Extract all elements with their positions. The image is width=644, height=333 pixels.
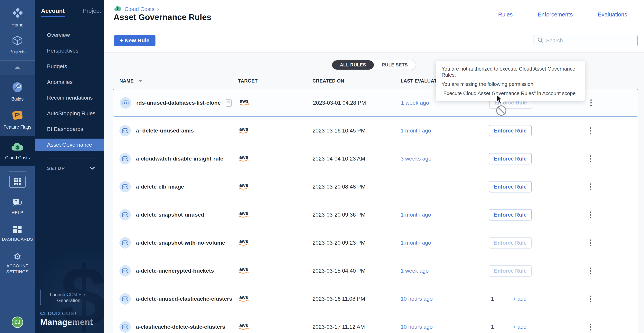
column-header-name[interactable]: NAME — [120, 78, 134, 84]
last-evaluation-value: 1 week ago — [397, 268, 484, 274]
kebab-menu-icon[interactable] — [590, 127, 592, 134]
rule-name[interactable]: a-delete-snapshot-unused — [136, 212, 204, 218]
aws-logo: aws — [238, 101, 250, 107]
rule-name[interactable]: a-delete-elb-image — [136, 184, 184, 190]
feature-flags-icon — [11, 110, 24, 122]
aws-logo: aws — [238, 297, 250, 303]
add-enforcement-link[interactable]: + add — [513, 324, 527, 330]
gear-icon: ⚙ — [14, 252, 21, 261]
kebab-menu-icon[interactable] — [590, 323, 592, 330]
cloud-costs-icon: $ — [11, 142, 24, 153]
kebab-menu-icon[interactable] — [590, 295, 592, 302]
main-content: $ Cloud Costs › Asset Governance Rules R… — [104, 0, 644, 333]
setup-label: SETUP — [47, 166, 65, 171]
breadcrumb[interactable]: $ Cloud Costs › — [114, 6, 159, 13]
rule-name[interactable]: a-delete-snapshot-with-no-volume — [136, 240, 225, 246]
launch-ccm-first-gen-button[interactable]: Launch CCM First Generation — [40, 290, 97, 305]
rules-view-toggle: ALL RULES RULE SETS — [332, 60, 416, 70]
created-on-value: 2023-03-16 10:45 PM — [308, 128, 397, 134]
rail-item-label: Builds — [11, 96, 24, 102]
rule-name[interactable]: rds-unused-databases-list-clone — [136, 100, 221, 106]
enforcement-count[interactable]: 1 — [491, 296, 494, 302]
sidebar-item-budgets[interactable]: Budgets — [35, 59, 104, 74]
add-enforcement-link[interactable]: + add — [513, 296, 527, 302]
sidebar-item-bi-dashboards[interactable]: BI Dashboards — [35, 121, 104, 137]
rail-collapse-toggle[interactable] — [0, 60, 35, 75]
kebab-menu-icon[interactable] — [590, 183, 592, 190]
avatar-initials: CJ — [14, 319, 20, 325]
breadcrumb-link[interactable]: Cloud Costs — [124, 6, 154, 12]
sidebar-item-asset-governance[interactable]: Asset Governance — [35, 139, 104, 151]
rail-item-help[interactable]: ? HELP — [12, 198, 23, 215]
sidebar-item-overview[interactable]: Overview — [35, 27, 104, 43]
table-row[interactable]: a-delete-snapshot-unused aws 2023-03-20 … — [113, 201, 638, 229]
rule-name[interactable]: a- delete-unused-amis — [136, 128, 194, 134]
enforce-rule-button[interactable]: Enforce Rule — [489, 153, 532, 164]
created-on-value: 2023-03-20 08:48 PM — [308, 184, 397, 190]
copy-icon[interactable] — [226, 99, 232, 107]
app-window: Home Projects Builds — [0, 0, 644, 333]
rail-item-account-settings[interactable]: ⚙ ACCOUNTSETTINGS — [6, 252, 28, 275]
nav-link-evaluations[interactable]: Evaluations — [598, 11, 627, 18]
rail-item-dashboards[interactable]: DASHBOARDS — [2, 225, 33, 242]
module-picker-button[interactable] — [9, 176, 26, 188]
svg-text:$: $ — [117, 7, 119, 11]
enforce-rule-button[interactable]: Enforce Rule — [489, 237, 532, 248]
enforce-rule-button[interactable]: Enforce Rule — [489, 125, 532, 136]
sidebar-item-autostopping-rules[interactable]: AutoStopping Rules — [35, 106, 104, 121]
kebab-menu-icon[interactable] — [590, 99, 592, 106]
rail-item-feature-flags[interactable]: Feature Flags — [0, 106, 35, 134]
kebab-menu-icon[interactable] — [590, 267, 592, 274]
enforce-rule-button[interactable]: Enforce Rule — [489, 209, 532, 220]
new-rule-button[interactable]: + New Rule — [114, 35, 156, 46]
rule-name[interactable]: a-elasticache-delete-stale-clusters — [136, 324, 225, 330]
rule-icon — [120, 237, 131, 248]
rule-icon — [120, 209, 131, 220]
tab-project[interactable]: Project — [83, 8, 101, 17]
search-icon — [538, 37, 543, 44]
table-row[interactable]: a- delete-unused-amis aws 2023-03-16 10:… — [113, 117, 638, 145]
projects-cube-icon — [12, 36, 23, 47]
avatar[interactable]: CJ — [12, 316, 23, 328]
grid-icon — [14, 177, 21, 186]
sidebar-item-anomalies[interactable]: Anomalies — [35, 74, 104, 90]
rule-name[interactable]: a-delete-unused-elasticache-clusters — [136, 296, 232, 302]
tab-rule-sets[interactable]: RULE SETS — [374, 60, 416, 70]
table-row[interactable]: a-delete-unused-elasticache-clusters aws… — [113, 285, 638, 313]
created-on-value: 2023-03-20 09:23 PM — [308, 240, 397, 246]
tab-all-rules[interactable]: ALL RULES — [332, 60, 374, 70]
kebab-menu-icon[interactable] — [590, 155, 592, 162]
enforce-rule-button[interactable]: Enforce Rule — [489, 265, 532, 276]
builds-icon — [12, 82, 23, 94]
enforce-rule-button[interactable]: Enforce Rule — [489, 181, 532, 192]
rail-item-label: Cloud Costs — [5, 155, 30, 161]
module-rail: Home Projects Builds — [0, 0, 35, 333]
rule-name[interactable]: a-delete-unencrypted-buckets — [136, 268, 214, 274]
rail-item-projects[interactable]: Projects — [0, 32, 35, 58]
nav-link-enforcements[interactable]: Enforcements — [538, 11, 573, 18]
kebab-menu-icon[interactable] — [590, 211, 592, 218]
table-row[interactable]: a-delete-unencrypted-buckets aws 2023-03… — [113, 257, 638, 285]
enforcement-count[interactable]: 1 — [491, 324, 494, 330]
table-row[interactable]: a-cloudwatch-disable-insight-rule aws 20… — [113, 145, 638, 173]
table-row[interactable]: a-elasticache-delete-stale-clusters aws … — [113, 313, 638, 333]
search-input[interactable] — [546, 38, 634, 44]
rail-item-builds[interactable]: Builds — [0, 78, 35, 106]
nav-link-rules[interactable]: Rules — [498, 11, 512, 18]
sort-descending-icon[interactable] — [138, 80, 143, 82]
kebab-menu-icon[interactable] — [590, 239, 592, 246]
created-on-value: 2023-03-01 04:28 PM — [309, 100, 397, 106]
search-box[interactable] — [534, 35, 638, 46]
rail-item-home[interactable]: Home — [0, 4, 35, 32]
table-row[interactable]: a-delete-elb-image aws 2023-03-20 08:48 … — [113, 173, 638, 201]
svg-text:aws: aws — [239, 182, 248, 188]
created-on-value: 2023-03-17 11:12 AM — [308, 324, 397, 330]
sidebar-item-recommendations[interactable]: Recommendations — [35, 90, 104, 106]
sidebar-item-perspectives[interactable]: Perspectives — [35, 43, 104, 59]
sidebar-setup-toggle[interactable]: SETUP — [35, 159, 104, 171]
table-row[interactable]: a-delete-snapshot-with-no-volume aws 202… — [113, 229, 638, 257]
tab-account[interactable]: Account — [41, 8, 64, 17]
rail-item-label: HELP — [12, 210, 23, 215]
rail-item-cloud-costs-active[interactable]: $ Cloud Costs — [0, 136, 35, 166]
rule-name[interactable]: a-cloudwatch-disable-insight-rule — [136, 156, 223, 162]
